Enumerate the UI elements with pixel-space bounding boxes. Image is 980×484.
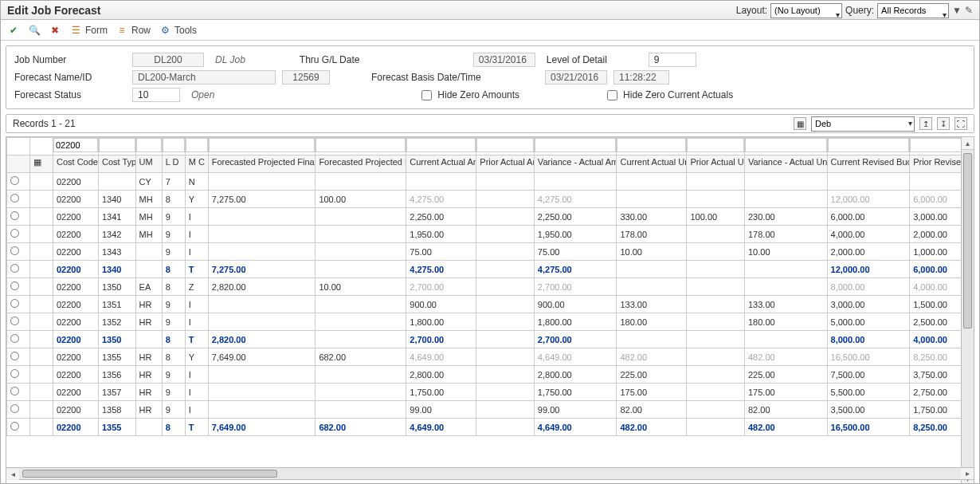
cell[interactable] (687, 226, 745, 243)
col-crba[interactable]: Current Revised Budget Amount (827, 155, 910, 173)
customize-grid-icon[interactable]: ▦ (794, 117, 806, 130)
cell[interactable] (135, 331, 162, 348)
job-number-field[interactable]: DL200 (132, 53, 204, 67)
cell[interactable]: 9 (162, 208, 185, 226)
cell[interactable]: 482.00 (744, 419, 827, 436)
row-marker[interactable] (30, 384, 53, 401)
cell[interactable]: HR (135, 366, 162, 384)
cell[interactable]: EA (135, 278, 162, 296)
row-marker[interactable] (30, 278, 53, 296)
cell[interactable]: 10.00 (744, 243, 827, 261)
cell[interactable]: I (185, 384, 208, 401)
cell[interactable] (316, 173, 406, 191)
cell[interactable]: 2,250.00 (406, 208, 476, 226)
forecast-name-field[interactable]: DL200-March (132, 70, 276, 85)
cell[interactable] (476, 191, 535, 208)
cell[interactable]: 682.00 (316, 419, 406, 436)
cell[interactable]: 2,700.00 (534, 331, 617, 348)
qbe-mc[interactable] (186, 138, 208, 152)
cell[interactable]: 9 (162, 226, 185, 243)
cell[interactable] (687, 331, 745, 348)
ok-button[interactable]: ✔ (7, 24, 20, 37)
cell[interactable]: 9 (162, 366, 185, 384)
qbe-fpfu[interactable] (316, 138, 406, 152)
cell[interactable]: 2,820.00 (208, 278, 316, 296)
qbe-fpfa[interactable] (209, 138, 316, 152)
cell[interactable]: I (185, 313, 208, 331)
cell[interactable] (687, 261, 745, 278)
cell[interactable]: 9 (162, 401, 185, 419)
cell[interactable]: 02200 (53, 419, 99, 436)
row-radio[interactable] (7, 348, 30, 366)
cell[interactable] (98, 173, 135, 191)
hide-zero-amounts-checkbox[interactable]: Hide Zero Amounts (418, 88, 519, 103)
cell[interactable]: 8 (162, 191, 185, 208)
cell[interactable] (316, 226, 406, 243)
cell[interactable]: I (185, 226, 208, 243)
cell[interactable]: 8 (162, 261, 185, 278)
cell[interactable] (476, 331, 535, 348)
cell[interactable] (476, 296, 535, 313)
row-radio[interactable] (7, 278, 30, 296)
cell[interactable]: 1,800.00 (534, 313, 617, 331)
col-fpfu[interactable]: Forecasted Projected Final Units (316, 155, 406, 173)
qbe-caa[interactable] (406, 138, 476, 152)
cell[interactable] (687, 191, 745, 208)
qbe-crba[interactable] (828, 138, 910, 152)
row-radio[interactable] (7, 313, 30, 331)
qbe-cost-code[interactable] (53, 138, 98, 152)
cell[interactable]: 7,649.00 (208, 419, 316, 436)
cell[interactable]: MH (135, 208, 162, 226)
table-row[interactable]: 022001350EA8Z2,820.0010.002,700.002,700.… (7, 278, 974, 296)
cell[interactable]: 4,275.00 (534, 191, 617, 208)
row-marker[interactable] (30, 173, 53, 191)
cell[interactable] (476, 226, 535, 243)
cell[interactable]: 4,275.00 (406, 261, 476, 278)
cell[interactable]: 82.00 (617, 401, 687, 419)
horizontal-scrollbar[interactable]: ◂ ▸ (6, 467, 974, 480)
cell[interactable]: 7,649.00 (208, 348, 316, 366)
row-marker[interactable] (30, 243, 53, 261)
cell[interactable]: HR (135, 348, 162, 366)
cell[interactable]: 1341 (98, 208, 135, 226)
cell[interactable]: I (185, 296, 208, 313)
cell[interactable]: 10.00 (617, 243, 687, 261)
row-marker[interactable] (30, 208, 53, 226)
row-radio[interactable] (7, 191, 30, 208)
cell[interactable]: 2,700.00 (406, 331, 476, 348)
cell[interactable]: 8 (162, 331, 185, 348)
cell[interactable]: T (185, 261, 208, 278)
table-row[interactable]: 022001351HR9I900.00900.00133.00133.003,0… (7, 296, 974, 313)
cell[interactable]: Z (185, 278, 208, 296)
cell[interactable]: Y (185, 191, 208, 208)
row-select-header[interactable]: ▦ (30, 155, 53, 173)
cell[interactable]: 8,000.00 (827, 331, 910, 348)
cell[interactable]: 5,500.00 (827, 384, 910, 401)
cell[interactable] (476, 401, 535, 419)
cell[interactable]: 178.00 (744, 226, 827, 243)
cell[interactable]: 482.00 (617, 348, 687, 366)
col-paa[interactable]: Prior Actual Amount (476, 155, 535, 173)
cell[interactable]: 682.00 (316, 348, 406, 366)
cell[interactable] (617, 173, 687, 191)
cell[interactable]: 1342 (98, 226, 135, 243)
cell[interactable]: 1357 (98, 384, 135, 401)
cell[interactable]: 9 (162, 296, 185, 313)
cell[interactable]: 133.00 (744, 296, 827, 313)
cell[interactable]: 482.00 (617, 419, 687, 436)
row-menu[interactable]: ≡Row (116, 24, 151, 37)
table-row[interactable]: 0220013439I75.0075.0010.0010.002,000.001… (7, 243, 974, 261)
cell[interactable] (687, 278, 745, 296)
hide-zero-actuals-checkbox[interactable]: Hide Zero Current Actuals (604, 88, 733, 103)
cell[interactable]: I (185, 401, 208, 419)
cell[interactable]: 1,750.00 (534, 384, 617, 401)
cell[interactable]: 02200 (53, 278, 99, 296)
cell[interactable] (744, 261, 827, 278)
cell[interactable]: 4,275.00 (534, 261, 617, 278)
scroll-thumb[interactable] (22, 470, 277, 478)
tools-menu[interactable]: ⚙Tools (159, 24, 197, 37)
thru-gl-field[interactable]: 03/31/2016 (473, 53, 535, 67)
cell[interactable]: 4,649.00 (534, 348, 617, 366)
cell[interactable] (208, 173, 316, 191)
qbe-cost-type[interactable] (99, 138, 135, 152)
